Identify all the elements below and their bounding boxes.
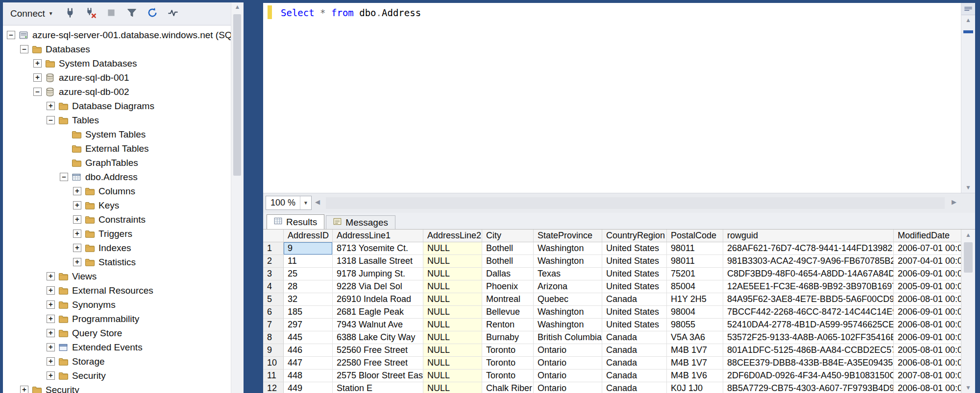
grid-cell[interactable]: M4B 1V7: [667, 357, 723, 370]
grid-cell[interactable]: NULL: [423, 370, 482, 382]
grid-column-header[interactable]: rowguid: [723, 230, 894, 242]
grid-cell[interactable]: 981B3303-ACA2-49C7-9A96-FB670785B269: [723, 255, 894, 268]
grid-cell[interactable]: 12AE5EE1-FC3E-468B-9B92-3B970B169774: [723, 280, 894, 293]
grid-cell[interactable]: 449: [284, 382, 333, 393]
grid-cell[interactable]: 88CEE379-DBB8-433B-B84E-A35E09435500: [723, 357, 894, 370]
tree-item[interactable]: +Query Store: [3, 326, 231, 340]
grid-cell[interactable]: 2006-08-01 00:00: [894, 357, 972, 370]
expand-plus-icon[interactable]: +: [33, 73, 42, 82]
expand-plus-icon[interactable]: +: [73, 187, 81, 195]
expand-plus-icon[interactable]: +: [73, 258, 81, 266]
expand-plus-icon[interactable]: +: [73, 244, 81, 252]
grid-cell[interactable]: Chalk Riber: [482, 382, 534, 393]
grid-cell[interactable]: 98055: [667, 319, 723, 331]
tree-item[interactable]: +Extended Events: [3, 340, 231, 354]
tree-item[interactable]: −azure-sql-db-002: [3, 85, 231, 99]
tree-item[interactable]: +System Databases: [3, 56, 231, 70]
grid-cell[interactable]: 2005-08-01 00:00: [894, 344, 972, 357]
expand-plus-icon[interactable]: +: [47, 315, 55, 323]
tree-item[interactable]: External Tables: [3, 141, 231, 156]
grid-cell[interactable]: United States: [602, 306, 667, 319]
grid-cell[interactable]: 2006-09-01 00:00: [894, 268, 972, 280]
grid-row-number[interactable]: 12: [263, 382, 284, 393]
tree-item[interactable]: +Columns: [3, 184, 231, 198]
grid-cell[interactable]: 52560 Free Street: [333, 344, 423, 357]
grid-cell[interactable]: 98004: [667, 306, 723, 319]
scroll-down-icon[interactable]: ▼: [961, 184, 975, 191]
grid-cell[interactable]: United States: [602, 280, 667, 293]
grid-cell[interactable]: 9178 Jumping St.: [333, 268, 423, 280]
disconnect-button[interactable]: [81, 4, 100, 23]
grid-cell[interactable]: Station E: [333, 382, 423, 393]
grid-cell[interactable]: Canada: [602, 344, 667, 357]
grid-cell[interactable]: NULL: [423, 306, 482, 319]
grid-cell[interactable]: 2006-08-01 00:00: [894, 293, 972, 306]
grid-cell[interactable]: Dallas: [482, 268, 534, 280]
grid-cell[interactable]: 98011: [667, 255, 723, 268]
grid-cell[interactable]: 801A1DFC-5125-486B-AA84-CCBD2EC57CA4: [723, 344, 894, 357]
grid-cell[interactable]: 297: [284, 319, 333, 331]
grid-cell[interactable]: NULL: [423, 319, 482, 331]
grid-cell[interactable]: 6388 Lake City Way: [333, 331, 423, 344]
grid-cell[interactable]: 98011: [667, 242, 723, 255]
grid-cell[interactable]: Bothell: [482, 242, 534, 255]
grid-cell[interactable]: United States: [602, 242, 667, 255]
grid-cell[interactable]: K0J 1J0: [667, 382, 723, 393]
tree-item[interactable]: +Storage: [3, 354, 231, 369]
expand-plus-icon[interactable]: +: [47, 301, 55, 309]
grid-cell[interactable]: Arizona: [534, 280, 602, 293]
grid-cell[interactable]: 9: [284, 242, 333, 255]
grid-vertical-scrollbar[interactable]: ▲ ▼: [961, 230, 975, 393]
grid-cell[interactable]: Washington: [534, 319, 602, 331]
grid-row-number[interactable]: 10: [263, 357, 284, 370]
scroll-up-icon[interactable]: ▲: [961, 231, 975, 238]
grid-cell[interactable]: Toronto: [482, 370, 534, 382]
grid-cell[interactable]: NULL: [423, 268, 482, 280]
grid-cell[interactable]: 25: [284, 268, 333, 280]
grid-cell[interactable]: 448: [284, 370, 333, 382]
tree-item[interactable]: −Databases: [3, 42, 231, 56]
grid-cell[interactable]: 2007-04-01 00:00: [894, 255, 972, 268]
grid-cell[interactable]: NULL: [423, 331, 482, 344]
activity-monitor-button[interactable]: [164, 4, 182, 23]
grid-cell[interactable]: 445: [284, 331, 333, 344]
tree-item[interactable]: +Indexes: [3, 241, 231, 255]
grid-cell[interactable]: 8B5A7729-CB75-4303-A607-7F9793B4D94F: [723, 382, 894, 393]
grid-column-header[interactable]: AddressID: [284, 230, 333, 242]
grid-column-header[interactable]: AddressLine2: [423, 230, 482, 242]
grid-cell[interactable]: Ontario: [534, 344, 602, 357]
grid-cell[interactable]: United States: [602, 268, 667, 280]
grid-cell[interactable]: NULL: [423, 344, 482, 357]
expand-plus-icon[interactable]: +: [47, 102, 55, 110]
grid-column-header[interactable]: StateProvince: [534, 230, 602, 242]
grid-cell[interactable]: 11: [284, 255, 333, 268]
tree-item[interactable]: +Database Diagrams: [3, 99, 231, 113]
grid-scrollbar-thumb[interactable]: [964, 242, 973, 273]
editor-horizontal-scrollbar[interactable]: [326, 197, 945, 209]
grid-cell[interactable]: Renton: [482, 319, 534, 331]
tree-item[interactable]: System Tables: [3, 127, 231, 141]
grid-cell[interactable]: NULL: [423, 280, 482, 293]
grid-cell[interactable]: Canada: [602, 382, 667, 393]
grid-cell[interactable]: M4B 1V6: [667, 370, 723, 382]
grid-cell[interactable]: 7943 Walnut Ave: [333, 319, 423, 331]
tree-item[interactable]: +Statistics: [3, 255, 231, 269]
tree-item[interactable]: +Security: [3, 369, 231, 383]
grid-cell[interactable]: Toronto: [482, 357, 534, 370]
grid-cell[interactable]: 53572F25-9133-4A8B-A065-102FF35416EE: [723, 331, 894, 344]
grid-corner-header[interactable]: [263, 230, 284, 242]
grid-cell[interactable]: 7BCCF442-2268-46CC-8472-14C44C14E98C: [723, 306, 894, 319]
grid-cell[interactable]: 2DF6D0AD-0926-4F34-A450-9B1083150CBF: [723, 370, 894, 382]
expand-plus-icon[interactable]: +: [47, 371, 55, 380]
grid-cell[interactable]: 2681 Eagle Peak: [333, 306, 423, 319]
expand-plus-icon[interactable]: +: [47, 357, 55, 366]
filter-button[interactable]: [122, 4, 141, 23]
grid-row-number[interactable]: 11: [263, 370, 284, 382]
tree-item[interactable]: +Programmability: [3, 312, 231, 326]
grid-cell[interactable]: Ontario: [534, 370, 602, 382]
grid-cell[interactable]: Canada: [602, 370, 667, 382]
scroll-down-icon[interactable]: ▼: [961, 384, 975, 391]
editor-vertical-scrollbar[interactable]: ▲ ▼: [961, 3, 975, 193]
zoom-select[interactable]: 100 % ▼: [266, 196, 312, 210]
grid-column-header[interactable]: CountryRegion: [602, 230, 667, 242]
